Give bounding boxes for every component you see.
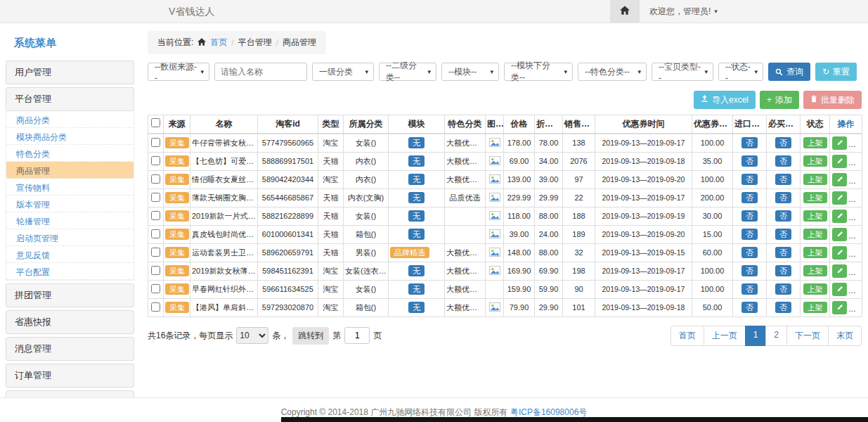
edit-button[interactable] bbox=[832, 228, 847, 241]
edit-button[interactable] bbox=[832, 173, 847, 186]
must-buy-toggle[interactable]: 否 bbox=[775, 192, 791, 204]
edit-button[interactable] bbox=[832, 136, 847, 150]
imported-toggle[interactable]: 否 bbox=[741, 137, 758, 149]
status-toggle[interactable]: 上架 bbox=[803, 192, 827, 204]
status-toggle[interactable]: 上架 bbox=[803, 283, 827, 295]
edit-button[interactable] bbox=[832, 264, 847, 278]
sidebar-subitem[interactable]: 商品管理 bbox=[6, 162, 134, 179]
row-checkbox[interactable] bbox=[151, 211, 160, 220]
sidebar-subitem[interactable]: 意见反馈 bbox=[6, 246, 134, 263]
status-select[interactable]: --状态--▾ bbox=[718, 63, 763, 81]
row-checkbox[interactable] bbox=[151, 248, 160, 257]
edit-button[interactable] bbox=[832, 283, 847, 296]
edit-button[interactable] bbox=[832, 155, 847, 168]
imported-toggle[interactable]: 否 bbox=[741, 283, 758, 295]
table-row: 采集牛仔背带裤女秋装减龄...577479560965淘宝女装()无大额优惠券1… bbox=[148, 134, 862, 153]
row-checkbox[interactable] bbox=[151, 193, 160, 202]
icp-link[interactable]: 粤ICP备16098006号 bbox=[510, 407, 587, 417]
must-buy-toggle[interactable]: 否 bbox=[775, 137, 791, 149]
module-subcategory-select[interactable]: --模块下分类--▾ bbox=[504, 63, 573, 81]
imported-toggle[interactable]: 否 bbox=[741, 265, 758, 277]
sidebar-subitem[interactable]: 轮播管理 bbox=[6, 212, 134, 229]
must-buy-toggle[interactable]: 否 bbox=[775, 283, 791, 295]
breadcrumb-prefix: 当前位置: bbox=[157, 37, 193, 49]
sidebar-subitem[interactable]: 版本管理 bbox=[6, 196, 134, 212]
item-type-select[interactable]: --宝贝类型--▾ bbox=[652, 63, 713, 81]
sidebar-group[interactable]: 平台管理 bbox=[6, 87, 134, 111]
status-toggle[interactable]: 上架 bbox=[803, 137, 827, 149]
edit-button[interactable] bbox=[832, 246, 847, 260]
sidebar-subitem[interactable]: 宣传物料 bbox=[6, 179, 134, 196]
name-input[interactable] bbox=[214, 63, 307, 81]
page-button[interactable]: 末页 bbox=[828, 326, 862, 346]
page-button[interactable]: 1 bbox=[745, 326, 767, 346]
must-buy-toggle[interactable]: 否 bbox=[775, 302, 791, 314]
sidebar-group[interactable]: 消息管理 bbox=[6, 337, 134, 361]
row-checkbox[interactable] bbox=[151, 266, 160, 275]
page-label-after: 页 bbox=[373, 330, 382, 342]
sidebar-group[interactable]: 拼团管理 bbox=[6, 283, 134, 307]
breadcrumb-home-link[interactable]: 首页 bbox=[210, 37, 227, 49]
edit-button[interactable] bbox=[832, 301, 847, 314]
per-page-select[interactable]: 10 bbox=[236, 327, 268, 344]
page-button[interactable]: 上一页 bbox=[704, 326, 746, 346]
row-checkbox[interactable] bbox=[151, 284, 160, 293]
data-source-select[interactable]: --数据来源--▾ bbox=[148, 63, 209, 81]
sidebar-subitem[interactable]: 商品分类 bbox=[6, 111, 134, 128]
page-button[interactable]: 首页 bbox=[671, 326, 704, 346]
must-buy-toggle[interactable]: 否 bbox=[775, 229, 791, 241]
row-checkbox[interactable] bbox=[151, 174, 160, 184]
must-buy-toggle[interactable]: 否 bbox=[775, 265, 791, 277]
select-all-checkbox[interactable] bbox=[151, 118, 160, 127]
imported-toggle[interactable]: 否 bbox=[741, 229, 758, 241]
row-checkbox[interactable] bbox=[151, 138, 160, 147]
edit-button[interactable] bbox=[832, 210, 847, 223]
imported-toggle[interactable]: 否 bbox=[741, 155, 758, 167]
edit-button[interactable] bbox=[832, 191, 847, 205]
page-number-input[interactable] bbox=[344, 327, 370, 344]
status-toggle[interactable]: 上架 bbox=[803, 210, 827, 222]
imported-toggle[interactable]: 否 bbox=[741, 302, 758, 314]
level1-category-select[interactable]: 一级分类▾ bbox=[312, 63, 374, 81]
caret-down-icon: ▾ bbox=[714, 8, 718, 15]
status-toggle[interactable]: 上架 bbox=[803, 174, 827, 186]
sidebar-subitem[interactable]: 启动页管理 bbox=[6, 229, 134, 246]
row-checkbox[interactable] bbox=[151, 229, 160, 238]
sidebar-group[interactable]: 省惠快报 bbox=[6, 310, 134, 334]
sidebar-subitem[interactable]: 特色分类 bbox=[6, 145, 134, 162]
imported-toggle[interactable]: 否 bbox=[741, 247, 758, 259]
imported-toggle[interactable]: 否 bbox=[741, 210, 758, 222]
home-button[interactable] bbox=[610, 0, 640, 23]
imported-toggle[interactable]: 否 bbox=[741, 192, 758, 204]
user-menu[interactable]: 欢迎您，管理员! ▾ bbox=[649, 6, 718, 18]
must-buy-toggle[interactable]: 否 bbox=[775, 174, 791, 186]
imported-toggle[interactable]: 否 bbox=[741, 174, 758, 186]
must-buy-toggle[interactable]: 否 bbox=[775, 247, 791, 259]
jump-button[interactable]: 跳转到 bbox=[292, 327, 329, 345]
reset-button[interactable]: ↻重置 bbox=[815, 63, 857, 81]
status-toggle[interactable]: 上架 bbox=[803, 265, 827, 277]
row-checkbox[interactable] bbox=[151, 302, 160, 312]
status-toggle[interactable]: 上架 bbox=[803, 155, 827, 167]
add-button[interactable]: + 添加 bbox=[760, 91, 799, 109]
must-buy-toggle[interactable]: 否 bbox=[775, 210, 791, 222]
sidebar-subitem[interactable]: 模块商品分类 bbox=[6, 128, 134, 145]
search-button[interactable]: 查询 bbox=[768, 63, 810, 81]
import-excel-label: 导入excel bbox=[712, 94, 749, 106]
batch-delete-button[interactable]: 批量删除 bbox=[803, 91, 862, 109]
status-toggle[interactable]: 上架 bbox=[803, 247, 827, 259]
module-select[interactable]: --模块--▾ bbox=[441, 63, 499, 81]
status-toggle[interactable]: 上架 bbox=[803, 229, 827, 241]
page-button[interactable]: 下一页 bbox=[786, 326, 829, 346]
page-button[interactable]: 2 bbox=[765, 326, 787, 346]
status-toggle[interactable]: 上架 bbox=[803, 302, 827, 314]
sidebar-subitem[interactable]: 平台配置 bbox=[6, 263, 134, 280]
sidebar-group[interactable]: 订单管理 bbox=[6, 364, 134, 388]
table-row: 采集情侣睡衣女夏丝绸男士...589042420344淘宝内衣()无大额优惠券1… bbox=[148, 170, 862, 188]
row-checkbox[interactable] bbox=[151, 156, 160, 165]
feature-category-select[interactable]: --特色分类--▾ bbox=[578, 63, 647, 81]
import-excel-button[interactable]: 导入excel bbox=[694, 91, 756, 109]
must-buy-toggle[interactable]: 否 bbox=[775, 155, 791, 167]
sidebar-group[interactable]: 用户管理 bbox=[6, 60, 134, 84]
level2-category-select[interactable]: --二级分类--▾ bbox=[379, 63, 436, 81]
